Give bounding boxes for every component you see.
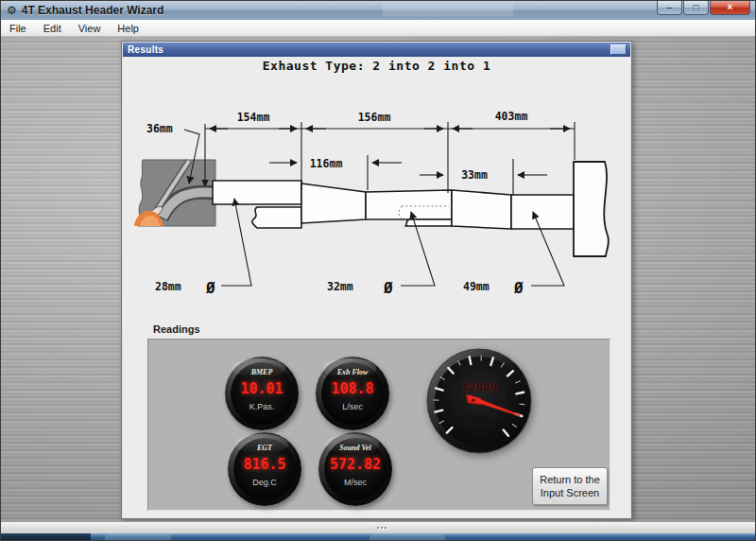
return-to-input-button[interactable]: Return to the Input Screen [532, 467, 608, 505]
results-titlebar[interactable]: Results [123, 43, 630, 57]
gauge-sound-vel: Sound Vel 572.82 M/sec [318, 432, 392, 506]
dim-len3: 403mm [495, 110, 528, 123]
minimize-icon: – [667, 3, 673, 12]
menu-view[interactable]: View [70, 22, 110, 35]
minimize-button[interactable]: – [657, 1, 682, 15]
gauge-title: Exh Flow [316, 368, 389, 376]
svg-text:7: 7 [455, 373, 459, 382]
cylinder-head-image [134, 160, 215, 226]
gauge-unit: K.Pas. [225, 402, 299, 411]
close-icon: × [728, 3, 733, 12]
dim-cone2: 33mm [461, 168, 488, 182]
menu-file[interactable]: File [1, 22, 35, 35]
gauge-bmep: BMEP 10.01 K.Pas. [225, 357, 299, 430]
svg-text:5: 5 [445, 404, 450, 413]
dia-symbol-2: Ø [383, 279, 393, 297]
window-controls: – □ × [656, 1, 750, 15]
return-button-line2: Input Screen [541, 486, 599, 499]
gauge-value: 572.82 [318, 456, 392, 473]
tach-rpm-label: RPM [472, 415, 489, 425]
gauge-title: EGT [228, 444, 301, 452]
gauge-exh-flow: Exh Flow 108.8 L/sec [316, 357, 389, 430]
gauge-value: 10.01 [225, 380, 299, 397]
return-button-line1: Return to the [540, 473, 600, 486]
menu-edit[interactable]: Edit [35, 22, 70, 35]
titlebar[interactable]: ⚙ 4T Exhaust Header Wizard – □ × [1, 1, 755, 21]
close-button[interactable]: × [710, 1, 750, 15]
dim-cone1: 116mm [310, 157, 343, 170]
svg-text:11: 11 [506, 391, 515, 400]
app-icon: ⚙ [7, 5, 17, 16]
dim-dia1: 28mm [155, 280, 181, 293]
tach-digital-readout: 12000 [462, 381, 498, 393]
exhaust-schematic: 36mm 154mm 156mm 403mm 116mm 33mm 28mm Ø… [121, 80, 632, 317]
dia-symbol-3: Ø [513, 279, 524, 297]
results-title: Results [128, 44, 163, 55]
gauge-value: 108.8 [316, 380, 389, 397]
dim-len1: 154mm [237, 111, 270, 124]
bottom-resize-bar[interactable] [1, 521, 755, 533]
gauge-value: 816.5 [228, 456, 301, 473]
dim-dia3: 49mm [463, 280, 490, 293]
menu-help[interactable]: Help [109, 22, 147, 35]
gauge-unit: M/sec [318, 478, 392, 487]
titlebar-reflection [383, 4, 513, 16]
header-pipes [213, 162, 609, 256]
taskbar-button[interactable] [369, 534, 445, 541]
tachometer-gauge: 5 7 9 11 13 12000 RPM X 1000 [426, 348, 532, 454]
taskbar-start-zone[interactable] [1, 533, 91, 541]
taskbar[interactable] [1, 533, 755, 541]
dim-len2: 156mm [358, 111, 391, 124]
dim-port: 36mm [146, 122, 173, 135]
gauge-title: BMEP [225, 368, 299, 376]
results-restore-button[interactable] [610, 44, 627, 55]
gauge-egt: EGT 816.5 Deg.C [228, 432, 301, 506]
dia-symbol-1: Ø [205, 279, 215, 297]
dim-dia2: 32mm [327, 280, 353, 293]
svg-text:13: 13 [495, 421, 505, 430]
resize-grip-icon[interactable] [377, 527, 379, 529]
menu-bar: File Edit View Help [1, 20, 755, 37]
maximize-button[interactable]: □ [683, 1, 709, 15]
maximize-icon: □ [693, 3, 698, 12]
taskbar-button[interactable] [105, 534, 171, 541]
svg-text:9: 9 [487, 366, 491, 375]
tach-x1000-label: X 1000 [472, 426, 489, 431]
readings-label: Readings [153, 323, 200, 335]
gauge-title: Sound Vel [318, 444, 392, 452]
gauge-unit: Deg.C [228, 478, 301, 487]
application-window: ⚙ 4T Exhaust Header Wizard – □ × File Ed… [0, 0, 756, 541]
window-title: 4T Exhaust Header Wizard [22, 4, 164, 17]
gauge-unit: L/sec [316, 402, 389, 411]
exhaust-type-heading: Exhaust Type: 2 into 2 into 1 [121, 59, 632, 73]
